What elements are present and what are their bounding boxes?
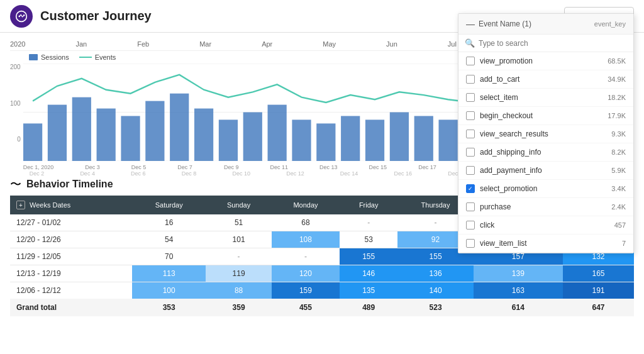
dropdown-item[interactable]: add_payment_info5.9K bbox=[458, 162, 633, 180]
grand-total-sunday: 359 bbox=[206, 299, 272, 316]
svg-rect-14 bbox=[194, 109, 213, 161]
dropdown-item[interactable]: view_search_results9.3K bbox=[458, 125, 633, 143]
dropdown-item-count: 5.9K bbox=[611, 167, 626, 174]
dropdown-item[interactable]: click457 bbox=[458, 216, 633, 235]
x-date-sublabel: Dec 12 bbox=[286, 170, 304, 177]
app-header: Customer Journey Event Type ▼ — Event Na… bbox=[0, 0, 644, 33]
table-cell: 139 bbox=[474, 265, 563, 282]
dropdown-item-count: 3.4K bbox=[611, 185, 626, 192]
table-cell: - bbox=[206, 248, 272, 265]
dropdown-checkbox[interactable] bbox=[466, 202, 475, 211]
col-header-weeks: + Weeks Dates bbox=[10, 196, 132, 214]
dropdown-item-name: view_search_results bbox=[480, 130, 548, 138]
legend-sessions: Sessions bbox=[29, 53, 69, 61]
table-cell: 12/27 - 01/02 bbox=[10, 214, 132, 231]
x-axis-label: Jul bbox=[448, 40, 457, 48]
dropdown-item-left: view_promotion bbox=[466, 57, 533, 65]
dropdown-item-name: purchase bbox=[480, 202, 511, 211]
dropdown-checkbox[interactable] bbox=[466, 57, 475, 65]
table-cell: 191 bbox=[563, 282, 634, 299]
table-row: 12/06 - 12/1210088159135140163191 bbox=[10, 282, 634, 299]
table-cell: 16 bbox=[132, 214, 206, 231]
x-axis-label: Apr bbox=[262, 40, 272, 48]
dropdown-item-count: 18.2K bbox=[608, 94, 626, 101]
x-date-label: Dec 7 bbox=[177, 164, 192, 170]
dropdown-title: Event Name (1) bbox=[479, 19, 531, 28]
dropdown-item-name: select_item bbox=[480, 93, 518, 102]
x-date-label: Dec 5 bbox=[131, 164, 147, 170]
dropdown-header: — Event Name (1) event_key bbox=[458, 14, 633, 35]
search-input[interactable] bbox=[479, 39, 627, 48]
dropdown-item[interactable]: view_promotion68.5K bbox=[458, 52, 633, 70]
dropdown-checkbox[interactable] bbox=[466, 130, 475, 138]
svg-rect-11 bbox=[121, 116, 140, 161]
dropdown-checkbox[interactable] bbox=[466, 93, 475, 102]
grand-total-monday: 455 bbox=[272, 299, 340, 316]
x-axis-label: Feb bbox=[137, 40, 149, 48]
dropdown-checkbox[interactable] bbox=[466, 221, 475, 230]
svg-rect-10 bbox=[96, 109, 115, 161]
dropdown-col-key: event_key bbox=[594, 20, 626, 28]
dropdown-item[interactable]: begin_checkout17.9K bbox=[458, 107, 633, 125]
dropdown-items-list: view_promotion68.5Kadd_to_cart34.9Kselec… bbox=[458, 52, 633, 253]
svg-rect-9 bbox=[72, 97, 91, 161]
table-cell: 70 bbox=[132, 248, 206, 265]
dropdown-item-left: click bbox=[466, 221, 494, 230]
dropdown-item[interactable]: select_promotion3.4K bbox=[458, 180, 633, 198]
svg-rect-20 bbox=[341, 116, 360, 161]
behavior-title: Behavior Timeline bbox=[26, 179, 113, 190]
dropdown-checkbox[interactable] bbox=[466, 148, 475, 157]
dropdown-item-name: begin_checkout bbox=[480, 111, 533, 120]
dropdown-item[interactable]: select_item18.2K bbox=[458, 89, 633, 107]
dropdown-checkbox[interactable] bbox=[466, 166, 475, 175]
grand-total-wednesday: 614 bbox=[474, 299, 563, 316]
dropdown-checkbox[interactable] bbox=[466, 184, 475, 193]
dropdown-item[interactable]: view_item_list7 bbox=[458, 235, 633, 253]
table-cell: 12/20 - 12/26 bbox=[10, 231, 132, 248]
table-cell: 159 bbox=[272, 282, 340, 299]
svg-rect-17 bbox=[267, 105, 286, 161]
dropdown-checkbox[interactable] bbox=[466, 75, 475, 84]
x-axis-label: Mar bbox=[199, 40, 211, 48]
table-cell: 88 bbox=[206, 282, 272, 299]
table-cell: 135 bbox=[340, 282, 397, 299]
table-cell: 54 bbox=[132, 231, 206, 248]
dropdown-item-name: view_item_list bbox=[480, 239, 527, 248]
dropdown-item-name: add_shipping_info bbox=[480, 148, 541, 157]
table-cell: 113 bbox=[132, 265, 206, 282]
x-date-sublabel: Dec 4 bbox=[80, 170, 95, 177]
svg-rect-22 bbox=[389, 113, 408, 162]
svg-rect-19 bbox=[316, 123, 335, 161]
svg-point-1 bbox=[18, 15, 20, 17]
dropdown-item-left: purchase bbox=[466, 202, 511, 211]
x-date-sublabel: Dec 2 bbox=[30, 170, 45, 177]
x-date-label: Dec 3 bbox=[85, 164, 100, 170]
minus-icon: — bbox=[466, 19, 475, 29]
dropdown-item-count: 457 bbox=[614, 221, 626, 229]
x-date-sublabel: Dec 16 bbox=[394, 170, 413, 177]
dropdown-item-count: 34.9K bbox=[608, 75, 626, 83]
dropdown-item[interactable]: add_to_cart34.9K bbox=[458, 70, 633, 89]
table-row: 12/13 - 12/19113119120146136139165 bbox=[10, 265, 634, 282]
svg-rect-8 bbox=[48, 105, 67, 161]
dropdown-item[interactable]: purchase2.4K bbox=[458, 198, 633, 216]
dropdown-item-left: select_item bbox=[466, 93, 518, 102]
y-label-0: 0 bbox=[10, 136, 21, 143]
x-date-sublabel: Dec 6 bbox=[131, 170, 146, 177]
dropdown-item[interactable]: add_shipping_info8.2K bbox=[458, 143, 633, 162]
dropdown-item-name: view_promotion bbox=[480, 57, 533, 65]
expand-icon[interactable]: + bbox=[16, 201, 25, 209]
table-cell: 100 bbox=[132, 282, 206, 299]
table-cell: 140 bbox=[397, 282, 473, 299]
grand-total-label: Grand total bbox=[10, 299, 132, 316]
table-cell: 11/29 - 12/05 bbox=[10, 248, 132, 265]
dropdown-item-name: select_promotion bbox=[480, 184, 537, 193]
dropdown-checkbox[interactable] bbox=[466, 239, 475, 248]
x-date-sublabel: Dec 10 bbox=[232, 170, 250, 177]
x-date-label: Dec 17 bbox=[418, 164, 436, 170]
grand-total-tuesday: 647 bbox=[563, 299, 634, 316]
table-cell: 12/13 - 12/19 bbox=[10, 265, 132, 282]
dropdown-checkbox[interactable] bbox=[466, 111, 475, 120]
dropdown-item-name: add_payment_info bbox=[480, 166, 542, 175]
grand-total-friday: 489 bbox=[340, 299, 397, 316]
